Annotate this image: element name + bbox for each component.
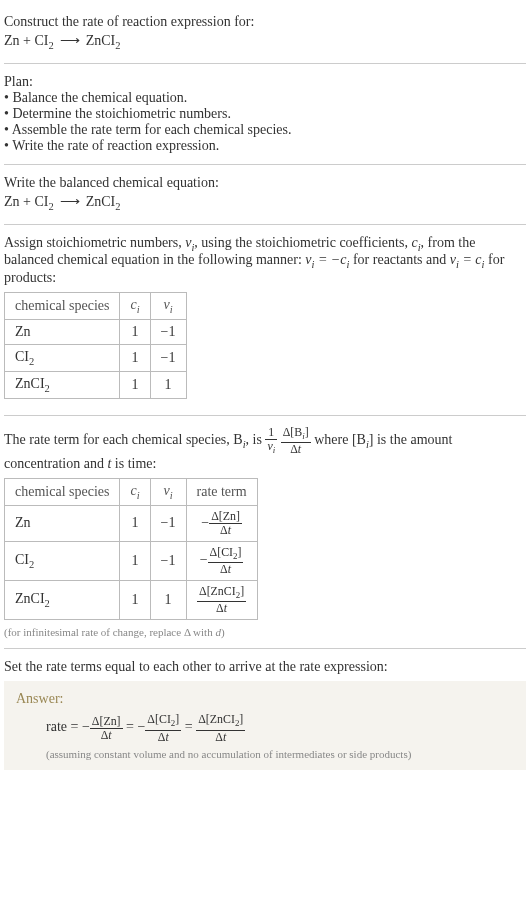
header-section: Construct the rate of reaction expressio… — [4, 8, 526, 59]
cell-rate: −Δ[Zn]Δt — [186, 505, 257, 541]
rateterm-intro: The rate term for each chemical species,… — [4, 426, 526, 472]
plan-item: • Assemble the rate term for each chemic… — [4, 122, 526, 138]
cell-rate: −Δ[CI2]Δt — [186, 541, 257, 580]
rate-label: rate = — [46, 720, 82, 735]
stoich-intro: Assign stoichiometric numbers, νi, using… — [4, 235, 526, 287]
rateterm-section: The rate term for each chemical species,… — [4, 420, 526, 645]
col-species: chemical species — [5, 293, 120, 320]
cell-nui: −1 — [150, 319, 186, 344]
plan-item-text: Balance the chemical equation. — [12, 90, 187, 105]
rateterm-table: chemical species ci νi rate term Zn 1 −1… — [4, 478, 258, 621]
table-row: Zn 1 −1 −Δ[Zn]Δt — [5, 505, 258, 541]
cell-rate: Δ[ZnCI2]Δt — [186, 581, 257, 620]
relation: νi = −ci — [305, 252, 349, 267]
plan-title: Plan: — [4, 74, 526, 90]
table-row: ZnCI2 1 1 Δ[ZnCI2]Δt — [5, 581, 258, 620]
prompt-text: Construct the rate of reaction expressio… — [4, 14, 526, 30]
stoich-table: chemical species ci νi Zn 1 −1 CI2 1 −1 … — [4, 292, 187, 398]
cell-nui: −1 — [150, 505, 186, 541]
rateterm-note: (for infinitesimal rate of change, repla… — [4, 626, 526, 638]
plan-item-text: Assemble the rate term for each chemical… — [12, 122, 292, 137]
answer-rate-expression: rate = −Δ[Zn]Δt = −Δ[CI2]Δt = Δ[ZnCI2]Δt — [16, 713, 514, 743]
cell-nui: 1 — [150, 581, 186, 620]
frac-dBi-dt: Δ[Bi]Δt — [281, 426, 311, 456]
balanced-title: Write the balanced chemical equation: — [4, 175, 526, 191]
col-species: chemical species — [5, 478, 120, 505]
cell-ci: 1 — [120, 371, 150, 398]
answer-box: Answer: rate = −Δ[Zn]Δt = −Δ[CI2]Δt = Δ[… — [4, 681, 526, 769]
cell-nui: −1 — [150, 344, 186, 371]
relation: νi = ci — [450, 252, 485, 267]
plan-item: • Write the rate of reaction expression. — [4, 138, 526, 154]
text: for reactants and — [349, 252, 449, 267]
divider — [4, 164, 526, 165]
col-ci: ci — [120, 293, 150, 320]
nu-i: νi — [185, 235, 194, 250]
cell-ci: 1 — [120, 541, 150, 580]
final-title: Set the rate terms equal to each other t… — [4, 659, 526, 675]
col-nui: νi — [150, 478, 186, 505]
answer-label: Answer: — [16, 691, 514, 707]
text: The rate term for each chemical species,… — [4, 432, 243, 447]
cell-nui: 1 — [150, 371, 186, 398]
cell-ci: 1 — [120, 344, 150, 371]
cell-nui: −1 — [150, 541, 186, 580]
frac-one-over-nu: 1νi — [265, 426, 277, 456]
col-rate: rate term — [186, 478, 257, 505]
balanced-equation: Zn + CI2⟶ZnCI2 — [4, 191, 526, 214]
table-row: Zn 1 −1 — [5, 319, 187, 344]
divider — [4, 224, 526, 225]
header-equation: Zn + CI2⟶ZnCI2 — [4, 30, 526, 53]
col-nui: νi — [150, 293, 186, 320]
text: Assign stoichiometric numbers, — [4, 235, 185, 250]
divider — [4, 415, 526, 416]
cell-species: CI2 — [5, 344, 120, 371]
cell-species: ZnCI2 — [5, 371, 120, 398]
cell-ci: 1 — [120, 505, 150, 541]
cell-ci: 1 — [120, 581, 150, 620]
text: is time: — [111, 456, 156, 471]
plan-section: Plan: • Balance the chemical equation. •… — [4, 68, 526, 160]
plan-item: • Balance the chemical equation. — [4, 90, 526, 106]
plan-item-text: Determine the stoichiometric numbers. — [12, 106, 231, 121]
text: , is — [246, 432, 266, 447]
c-i: ci — [411, 235, 420, 250]
final-section: Set the rate terms equal to each other t… — [4, 653, 526, 775]
cell-species: Zn — [5, 505, 120, 541]
plan-item-text: Write the rate of reaction expression. — [12, 138, 219, 153]
cell-species: Zn — [5, 319, 120, 344]
divider — [4, 63, 526, 64]
cell-ci: 1 — [120, 319, 150, 344]
cell-species: CI2 — [5, 541, 120, 580]
table-header-row: chemical species ci νi — [5, 293, 187, 320]
cell-species: ZnCI2 — [5, 581, 120, 620]
col-ci: ci — [120, 478, 150, 505]
text: where [B — [314, 432, 366, 447]
table-row: CI2 1 −1 — [5, 344, 187, 371]
table-row: ZnCI2 1 1 — [5, 371, 187, 398]
divider — [4, 648, 526, 649]
plan-item: • Determine the stoichiometric numbers. — [4, 106, 526, 122]
table-row: CI2 1 −1 −Δ[CI2]Δt — [5, 541, 258, 580]
stoich-section: Assign stoichiometric numbers, νi, using… — [4, 229, 526, 411]
answer-note: (assuming constant volume and no accumul… — [16, 748, 514, 760]
balanced-section: Write the balanced chemical equation: Zn… — [4, 169, 526, 220]
table-header-row: chemical species ci νi rate term — [5, 478, 258, 505]
text: , using the stoichiometric coefficients, — [194, 235, 411, 250]
